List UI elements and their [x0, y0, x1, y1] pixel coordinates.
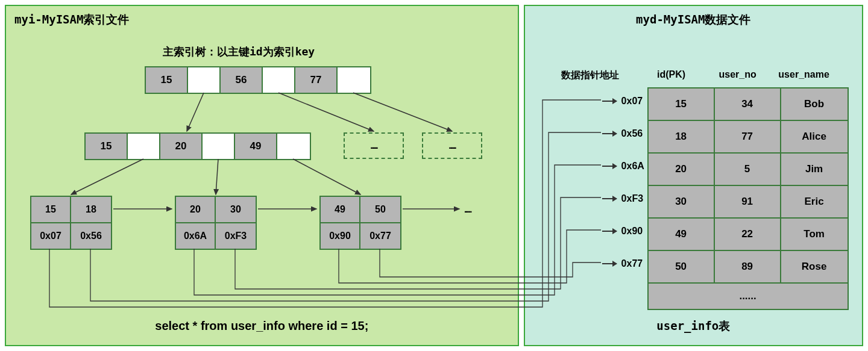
arrow-icon: [602, 263, 617, 264]
cell-userno: 5: [715, 154, 781, 185]
leaf1-key-1: 30: [216, 197, 256, 222]
btree-level1-placeholder-2: ......: [422, 132, 482, 159]
cell-username: Eric: [781, 186, 848, 217]
cell-userno: 34: [715, 89, 781, 120]
cell-id: 20: [649, 154, 715, 185]
root-key-0: 15: [146, 67, 188, 93]
leaf0-key-0: 15: [31, 197, 71, 222]
cell-username: Bob: [781, 89, 848, 120]
level1-key-2: 49: [235, 134, 277, 159]
cell-username: Alice: [781, 121, 848, 152]
cell-userno: 91: [715, 186, 781, 217]
leaf2-ptr-1: 0x77: [360, 223, 400, 249]
leaf2-ptr-0: 0x90: [321, 223, 360, 249]
addr-3: 0xF3: [602, 193, 644, 205]
addr-header: 数据指针地址: [542, 69, 638, 82]
cell-username: Jim: [781, 154, 848, 185]
leaf1-ptr-0: 0x6A: [176, 223, 216, 249]
leaf-more-dots: ......: [464, 205, 471, 214]
table-row: 50 89 Rose: [649, 251, 848, 284]
table-row: 20 5 Jim: [649, 154, 848, 186]
addr-4: 0x90: [602, 225, 644, 237]
btree-leaf-0: 15 18 0x07 0x56: [30, 196, 112, 250]
addr-2: 0x6A: [602, 160, 644, 172]
level1-ptr-0: [128, 134, 160, 159]
svg-line-0: [187, 93, 204, 131]
data-table-headers: 数据指针地址 id(PK) user_no user_name: [542, 69, 837, 82]
addr-1: 0x56: [602, 128, 644, 140]
arrow-icon: [602, 198, 617, 199]
index-file-panel: myi-MyISAM索引文件 主索引树：以主键id为索引key 15 56 77…: [5, 5, 519, 346]
leaf0-key-1: 18: [71, 197, 111, 222]
arrow-icon: [602, 133, 617, 134]
svg-line-2: [353, 93, 452, 131]
table-row-more: ......: [649, 284, 848, 309]
arrow-icon: [602, 166, 617, 167]
leaf0-ptr-0: 0x07: [31, 223, 71, 249]
col-userno: user_no: [705, 69, 771, 82]
level1-key-0: 15: [86, 134, 128, 159]
leaf1-key-0: 20: [176, 197, 216, 222]
level1-key-1: 20: [160, 134, 203, 159]
cell-id: 15: [649, 89, 715, 120]
svg-line-4: [216, 159, 218, 194]
table-row: 18 77 Alice: [649, 121, 848, 154]
sql-query: select * from user_info where id = 15;: [155, 319, 368, 333]
leaf2-key-0: 49: [321, 197, 360, 222]
svg-line-3: [71, 159, 143, 194]
svg-line-1: [278, 93, 374, 131]
root-ptr-1: [263, 67, 295, 93]
table-caption: user_info表: [656, 318, 730, 334]
cell-username: Rose: [781, 251, 848, 282]
data-file-panel: myd-MyISAM数据文件 数据指针地址 id(PK) user_no use…: [524, 5, 863, 346]
btree-root-node: 15 56 77: [145, 66, 371, 94]
addr-5: 0x77: [602, 258, 644, 270]
cell-userno: 77: [715, 121, 781, 152]
root-key-2: 77: [295, 67, 338, 93]
btree-leaf-2: 49 50 0x90 0x77: [319, 196, 401, 250]
col-username: user_name: [771, 69, 837, 82]
cell-id: 30: [649, 186, 715, 217]
user-info-table: 15 34 Bob 18 77 Alice 20 5 Jim 30 91 Eri…: [647, 87, 849, 310]
btree-leaf-1: 20 30 0x6A 0xF3: [175, 196, 257, 250]
index-subtitle: 主索引树：以主键id为索引key: [163, 45, 315, 59]
left-panel-title: myi-MyISAM索引文件: [14, 12, 129, 28]
leaf0-ptr-1: 0x56: [71, 223, 111, 249]
leaf2-key-1: 50: [360, 197, 400, 222]
cell-username: Tom: [781, 219, 848, 250]
root-key-1: 56: [221, 67, 263, 93]
leaf1-ptr-1: 0xF3: [216, 223, 256, 249]
table-row: 49 22 Tom: [649, 219, 848, 251]
arrow-icon: [602, 101, 617, 102]
level1-ptr-1: [203, 134, 235, 159]
cell-userno: 22: [715, 219, 781, 250]
cell-id: 49: [649, 219, 715, 250]
table-row: 30 91 Eric: [649, 186, 848, 219]
right-panel-title: myd-MyISAM数据文件: [636, 12, 750, 28]
cell-userno: 89: [715, 251, 781, 282]
col-id: id(PK): [638, 69, 705, 82]
more-cell: ......: [649, 284, 848, 309]
cell-id: 18: [649, 121, 715, 152]
btree-level1-node: 15 20 49: [84, 132, 311, 160]
root-ptr-0: [188, 67, 221, 93]
btree-level1-placeholder-1: ......: [344, 132, 404, 159]
root-ptr-2: [338, 67, 370, 93]
addr-0: 0x07: [602, 95, 644, 107]
svg-line-5: [293, 159, 360, 194]
level1-ptr-2: [277, 134, 310, 159]
table-row: 15 34 Bob: [649, 89, 848, 121]
address-column: 0x07 0x56 0x6A 0xF3 0x90 0x77: [602, 95, 644, 270]
arrow-icon: [602, 231, 617, 232]
cell-id: 50: [649, 251, 715, 282]
